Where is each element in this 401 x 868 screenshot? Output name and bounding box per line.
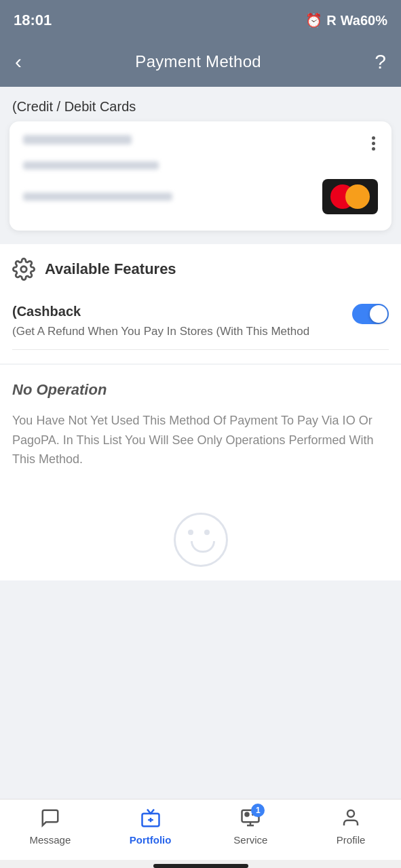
- feature-cashback: (Cashback (Get A Refund When You Pay In …: [12, 294, 389, 350]
- profile-icon: [341, 808, 361, 828]
- card-bottom-row: [23, 179, 378, 214]
- nav-service-icon-wrap: 1: [240, 808, 261, 831]
- nav-item-message[interactable]: Message: [0, 808, 100, 846]
- nav-message-icon-wrap: [40, 808, 60, 831]
- bottom-nav: Message Portfolio 1 Service: [0, 799, 401, 860]
- nav-portfolio-label: Portfolio: [130, 834, 172, 846]
- mc-yellow-circle: [345, 184, 370, 209]
- header: ‹ Payment Method ?: [0, 41, 401, 87]
- nav-item-portfolio[interactable]: Portfolio: [100, 808, 201, 846]
- alarm-icon: ⏰: [305, 12, 322, 28]
- nav-item-service[interactable]: 1 Service: [201, 808, 301, 846]
- portfolio-icon: [140, 808, 161, 828]
- svg-point-0: [21, 267, 27, 273]
- svg-point-10: [246, 812, 249, 816]
- main-content: (Credit / Debit Cards Availa: [0, 87, 401, 799]
- card-blurred-name: [23, 135, 132, 144]
- card-blurred-number: [23, 161, 159, 170]
- feature-cashback-desc: (Get A Refund When You Pay In Stores (Wi…: [12, 323, 339, 340]
- page-title: Payment Method: [135, 52, 261, 71]
- no-operation-section: No Operation You Have Not Yet Used This …: [0, 365, 401, 486]
- no-operation-title: No Operation: [12, 381, 389, 399]
- nav-message-label: Message: [29, 834, 71, 846]
- payment-card[interactable]: [9, 121, 392, 231]
- service-badge: 1: [251, 804, 265, 817]
- battery-text: Wa60%: [341, 13, 387, 28]
- nav-service-label: Service: [233, 834, 267, 846]
- nav-portfolio-icon-wrap: [140, 808, 161, 831]
- cashback-toggle[interactable]: [352, 304, 389, 324]
- feature-cashback-name: (Cashback: [12, 304, 339, 319]
- bottom-home-indicator: [153, 864, 248, 868]
- status-bar: 18:01 ⏰ R Wa60%: [0, 0, 401, 41]
- status-r: R: [326, 13, 336, 28]
- back-button[interactable]: ‹: [15, 50, 22, 73]
- nav-item-profile[interactable]: Profile: [301, 808, 401, 846]
- features-header: Available Features: [12, 258, 389, 281]
- dot-3: [372, 147, 375, 151]
- features-title: Available Features: [45, 260, 176, 278]
- message-icon: [40, 808, 60, 828]
- card-top-row: [23, 135, 378, 152]
- status-time: 18:01: [14, 12, 52, 29]
- dot-2: [372, 142, 375, 145]
- feature-cashback-info: (Cashback (Get A Refund When You Pay In …: [12, 304, 339, 340]
- help-button[interactable]: ?: [375, 50, 386, 73]
- nav-profile-label: Profile: [337, 834, 366, 846]
- card-blurred-expiry: [23, 193, 172, 201]
- section-label-cards: (Credit / Debit Cards: [0, 87, 401, 121]
- dot-1: [372, 136, 375, 140]
- no-operation-desc: You Have Not Yet Used This Method Of Pay…: [12, 411, 389, 469]
- status-right: ⏰ R Wa60%: [305, 12, 387, 28]
- mastercard-logo: [322, 179, 378, 214]
- features-section: Available Features (Cashback (Get A Refu…: [0, 244, 401, 363]
- nav-profile-icon-wrap: [341, 808, 361, 831]
- svg-point-11: [347, 810, 354, 816]
- smiley-face: [174, 513, 228, 567]
- gear-icon: [12, 258, 35, 281]
- toggle-knob: [370, 305, 387, 323]
- card-menu-button[interactable]: [369, 135, 378, 152]
- empty-state-illustration: [0, 486, 401, 580]
